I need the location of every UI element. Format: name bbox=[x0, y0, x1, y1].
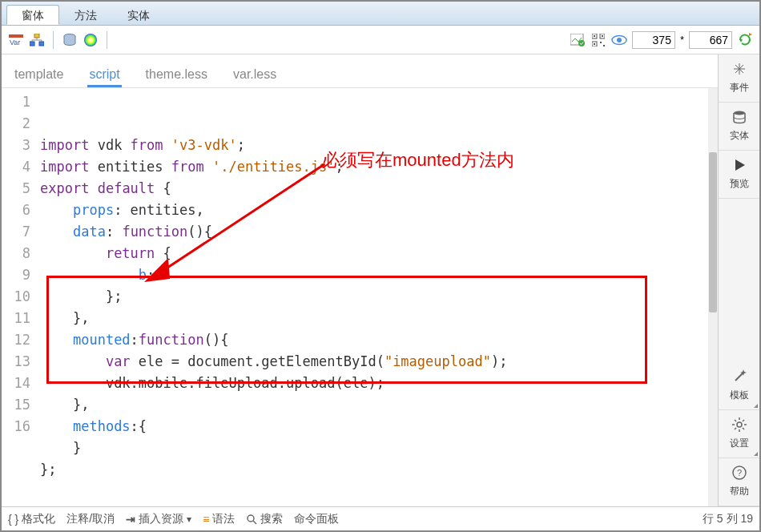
db-icon bbox=[732, 110, 747, 127]
code-line[interactable]: }; bbox=[40, 286, 718, 308]
svg-rect-19 bbox=[600, 42, 602, 43]
svg-text:Var: Var bbox=[10, 38, 20, 46]
cursor-position: 行 5 列 19 bbox=[703, 512, 753, 526]
svg-line-40 bbox=[743, 428, 744, 429]
code-line[interactable]: export default { bbox=[40, 178, 718, 200]
toolbar: Var * bbox=[2, 26, 759, 54]
format-button[interactable]: { }格式化 bbox=[8, 512, 55, 526]
side-label: 预览 bbox=[730, 177, 749, 191]
side-label: 模板 bbox=[730, 389, 749, 402]
separator bbox=[107, 31, 107, 49]
side-help[interactable]: ?帮助 bbox=[719, 458, 759, 506]
top-tab-2[interactable]: 实体 bbox=[112, 5, 165, 25]
toolbar-right: * bbox=[570, 31, 753, 49]
side-gap bbox=[719, 199, 759, 362]
code-line[interactable]: mounted:function(){ bbox=[40, 329, 718, 351]
svg-rect-18 bbox=[594, 43, 595, 45]
svg-rect-3 bbox=[30, 42, 34, 46]
code-tab-theme.less[interactable]: theme.less bbox=[144, 62, 209, 87]
code-tab-template[interactable]: template bbox=[13, 62, 65, 87]
color-icon[interactable] bbox=[83, 32, 99, 48]
code-line[interactable]: return { bbox=[40, 243, 718, 264]
bottom-bar: { }格式化 注释/取消 ⇥插入资源 ▾ ≡语法 搜索 命令面板 行 5 列 1… bbox=[2, 506, 759, 530]
qr-icon[interactable] bbox=[590, 32, 606, 48]
side-panel: 事件实体预览模板设置?帮助 bbox=[718, 54, 759, 506]
code-line[interactable]: import vdk from 'v3-vdk'; bbox=[40, 135, 718, 156]
viewport-height-input[interactable] bbox=[689, 31, 732, 49]
search-button[interactable]: 搜索 bbox=[246, 512, 283, 526]
scrollbar-thumb[interactable] bbox=[709, 152, 717, 312]
code-body[interactable]: 12345678910111213141516 import vdk from … bbox=[2, 88, 718, 506]
multiply-label: * bbox=[680, 34, 684, 46]
svg-rect-20 bbox=[603, 45, 605, 46]
code-tabs: templatescripttheme.lessvar.less bbox=[2, 54, 718, 88]
svg-marker-24 bbox=[749, 33, 752, 36]
gear-icon bbox=[732, 417, 747, 434]
image-check-icon[interactable] bbox=[570, 32, 586, 48]
svg-rect-4 bbox=[39, 42, 44, 46]
cmd-panel-button[interactable]: 命令面板 bbox=[294, 512, 339, 526]
grammar-button[interactable]: ≡语法 bbox=[203, 512, 235, 526]
svg-point-31 bbox=[734, 111, 745, 115]
code-tab-var.less[interactable]: var.less bbox=[232, 62, 278, 87]
code-line[interactable]: }, bbox=[40, 394, 718, 416]
svg-text:?: ? bbox=[736, 468, 741, 478]
svg-point-34 bbox=[737, 422, 742, 427]
code-line[interactable]: data: function(){ bbox=[40, 221, 718, 243]
code-line[interactable]: import entities from './entities.js'; bbox=[40, 156, 718, 178]
code-line[interactable]: vdk.mobile.fileUpload.upload(ele); bbox=[40, 373, 718, 394]
code-line[interactable]: methods:{ bbox=[40, 416, 718, 437]
svg-line-41 bbox=[743, 420, 744, 421]
scrollbar-vertical[interactable] bbox=[708, 88, 718, 506]
side-gear[interactable]: 设置 bbox=[719, 410, 759, 458]
refresh-icon[interactable] bbox=[737, 32, 753, 48]
separator bbox=[53, 31, 54, 49]
eye-icon[interactable] bbox=[611, 32, 627, 48]
code-line[interactable]: } bbox=[40, 437, 718, 459]
svg-line-42 bbox=[735, 428, 736, 429]
editor-area: templatescripttheme.lessvar.less 1234567… bbox=[2, 54, 718, 506]
side-db[interactable]: 实体 bbox=[719, 103, 759, 151]
dropdown-tri-icon bbox=[754, 404, 758, 408]
side-label: 事件 bbox=[730, 81, 749, 95]
svg-rect-0 bbox=[9, 34, 23, 38]
help-icon: ? bbox=[732, 466, 747, 482]
svg-point-45 bbox=[248, 515, 254, 522]
top-tab-0[interactable]: 窗体 bbox=[6, 5, 59, 25]
svg-line-39 bbox=[735, 420, 736, 421]
side-label: 实体 bbox=[730, 129, 749, 143]
code-content[interactable]: import vdk from 'v3-vdk';import entities… bbox=[40, 88, 718, 506]
svg-marker-23 bbox=[739, 39, 743, 42]
svg-marker-32 bbox=[735, 159, 745, 171]
viewport-width-input[interactable] bbox=[632, 31, 675, 49]
play-icon bbox=[732, 158, 747, 175]
var-icon[interactable]: Var bbox=[8, 32, 24, 48]
svg-point-10 bbox=[84, 34, 97, 46]
top-tab-1[interactable]: 方法 bbox=[59, 5, 112, 25]
comment-button[interactable]: 注释/取消 bbox=[66, 512, 115, 526]
code-tab-script[interactable]: script bbox=[87, 62, 121, 87]
code-line[interactable]: }; bbox=[40, 459, 718, 481]
wand-icon bbox=[732, 369, 747, 386]
code-line[interactable]: b:0 bbox=[40, 264, 718, 286]
side-label: 帮助 bbox=[730, 485, 749, 498]
database-icon[interactable] bbox=[62, 32, 78, 48]
sparkle-icon bbox=[732, 62, 747, 79]
line-gutter: 12345678910111213141516 bbox=[2, 88, 40, 506]
svg-line-46 bbox=[253, 521, 256, 524]
insert-button[interactable]: ⇥插入资源 ▾ bbox=[126, 512, 191, 526]
code-line[interactable]: var ele = document.getElementById("image… bbox=[40, 351, 718, 373]
svg-point-12 bbox=[578, 40, 585, 46]
code-line[interactable]: props: entities, bbox=[40, 200, 718, 221]
svg-rect-17 bbox=[602, 35, 603, 37]
code-line[interactable]: }, bbox=[40, 308, 718, 329]
side-wand[interactable]: 模板 bbox=[719, 362, 759, 410]
side-sparkle[interactable]: 事件 bbox=[719, 54, 759, 103]
dropdown-tri-icon bbox=[754, 452, 758, 456]
side-play[interactable]: 预览 bbox=[719, 151, 759, 199]
top-tabs: 窗体方法实体 bbox=[2, 2, 759, 26]
svg-rect-2 bbox=[34, 34, 39, 38]
svg-rect-16 bbox=[594, 35, 595, 37]
svg-point-22 bbox=[617, 38, 622, 42]
tree-icon[interactable] bbox=[29, 32, 45, 48]
